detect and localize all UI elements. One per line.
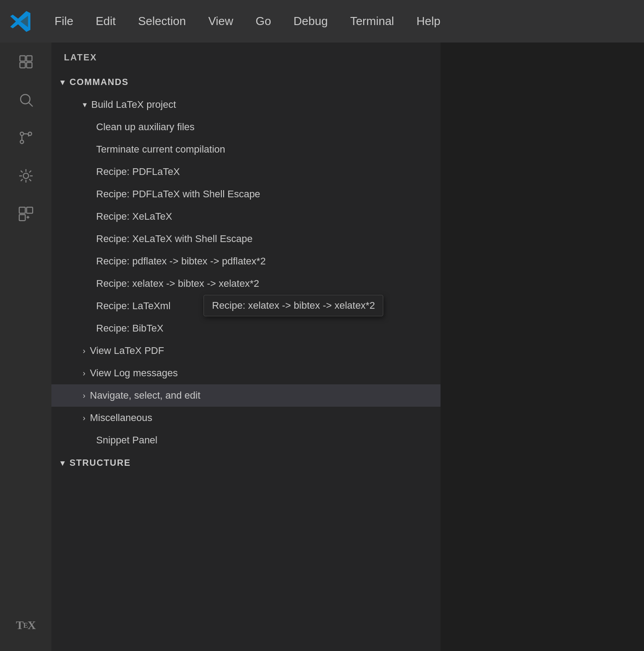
snippet-panel-label: Snippet Panel	[96, 434, 157, 446]
recipe-pdflatex-bibtex-item[interactable]: Recipe: pdflatex -> bibtex -> pdflatex*2	[51, 250, 441, 272]
recipe-xelatex-shell-item[interactable]: Recipe: XeLaTeX with Shell Escape	[51, 228, 441, 250]
editor-area	[441, 43, 644, 651]
terminate-compilation-item[interactable]: Terminate current compilation	[51, 138, 441, 161]
commands-section-label: COMMANDS	[70, 77, 129, 87]
recipe-pdflatex-bibtex-label: Recipe: pdflatex -> bibtex -> pdflatex*2	[96, 255, 266, 267]
menu-debug[interactable]: Debug	[289, 12, 332, 31]
svg-point-9	[23, 173, 29, 179]
commands-chevron-icon: ▾	[60, 77, 65, 87]
build-latex-label: Build LaTeX project	[91, 99, 176, 111]
titlebar-menu: File Edit Selection View Go Debug Termin…	[50, 12, 445, 31]
tooltip-xelatex-bibtex: Recipe: xelatex -> bibtex -> xelatex*2	[203, 295, 383, 316]
view-latex-pdf-label: View LaTeX PDF	[90, 345, 164, 357]
debug-icon[interactable]	[13, 163, 38, 188]
menu-go[interactable]: Go	[251, 12, 276, 31]
extensions-icon[interactable]	[13, 201, 38, 226]
structure-section-label: STRUCTURE	[70, 458, 131, 468]
build-latex-item[interactable]: ▾ Build LaTeX project	[51, 94, 441, 116]
svg-rect-12	[19, 214, 25, 221]
recipe-pdflatex-shell-label: Recipe: PDFLaTeX with Shell Escape	[96, 188, 260, 200]
menu-view[interactable]: View	[204, 12, 238, 31]
recipe-xelatex-label: Recipe: XeLaTeX	[96, 211, 172, 222]
clean-auxiliary-label: Clean up auxiliary files	[96, 121, 195, 133]
recipe-bibtex-item[interactable]: Recipe: BibTeX	[51, 317, 441, 340]
recipe-pdflatex-item[interactable]: Recipe: PDFLaTeX	[51, 161, 441, 183]
svg-rect-1	[26, 55, 32, 61]
svg-point-4	[21, 94, 30, 104]
view-log-messages-item[interactable]: › View Log messages	[51, 362, 441, 384]
structure-section-header[interactable]: ▾ STRUCTURE	[51, 451, 441, 474]
navigate-select-edit-label: Navigate, select, and edit	[90, 390, 200, 401]
recipe-bibtex-label: Recipe: BibTeX	[96, 323, 163, 334]
navigate-chevron-icon: ›	[83, 391, 85, 400]
svg-rect-10	[19, 207, 25, 213]
commands-section-header[interactable]: ▾ COMMANDS	[51, 71, 441, 94]
search-icon[interactable]	[13, 87, 38, 112]
svg-line-5	[29, 102, 32, 106]
view-pdf-chevron-icon: ›	[83, 346, 85, 356]
sidebar-content[interactable]: ▾ COMMANDS ▾ Build LaTeX project Clean u…	[51, 71, 441, 651]
recipe-pdflatex-label: Recipe: PDFLaTeX	[96, 166, 180, 178]
svg-point-7	[20, 140, 24, 144]
recipe-pdflatex-shell-item[interactable]: Recipe: PDFLaTeX with Shell Escape	[51, 183, 441, 205]
menu-terminal[interactable]: Terminal	[346, 12, 398, 31]
sidebar: LATEX ▾ COMMANDS ▾ Build LaTeX project C…	[51, 43, 441, 651]
navigate-select-edit-item[interactable]: › Navigate, select, and edit	[51, 384, 441, 407]
snippet-panel-item[interactable]: Snippet Panel	[51, 429, 441, 451]
svg-rect-2	[20, 62, 25, 68]
sidebar-header: LATEX	[51, 43, 441, 71]
miscellaneous-label: Miscellaneous	[90, 412, 152, 424]
miscellaneous-chevron-icon: ›	[83, 413, 85, 423]
recipe-xelatex-shell-label: Recipe: XeLaTeX with Shell Escape	[96, 233, 253, 245]
view-latex-pdf-item[interactable]: › View LaTeX PDF	[51, 340, 441, 362]
svg-rect-11	[26, 207, 33, 213]
main-layout: TEX LATEX ▾ COMMANDS ▾ Build LaTeX proje…	[0, 43, 644, 651]
source-control-icon[interactable]	[13, 125, 38, 150]
titlebar: File Edit Selection View Go Debug Termin…	[0, 0, 644, 43]
svg-rect-3	[26, 62, 32, 68]
explorer-icon[interactable]	[13, 49, 38, 74]
vscode-logo-icon	[9, 10, 32, 33]
recipe-latexxml-label: Recipe: LaTeXml	[96, 300, 170, 312]
menu-file[interactable]: File	[50, 12, 78, 31]
build-latex-chevron-icon: ▾	[83, 100, 87, 110]
view-log-messages-label: View Log messages	[90, 367, 178, 379]
recipe-xelatex-bibtex-item[interactable]: Recipe: xelatex -> bibtex -> xelatex*2	[51, 272, 441, 295]
svg-point-6	[20, 132, 24, 136]
menu-edit[interactable]: Edit	[91, 12, 120, 31]
miscellaneous-item[interactable]: › Miscellaneous	[51, 407, 441, 429]
tooltip-text: Recipe: xelatex -> bibtex -> xelatex*2	[212, 300, 375, 311]
structure-chevron-icon: ▾	[60, 458, 65, 468]
recipe-latexxml-row: Recipe: LaTeXml Recipe: xelatex -> bibte…	[51, 295, 441, 317]
menu-help[interactable]: Help	[412, 12, 445, 31]
menu-selection[interactable]: Selection	[134, 12, 191, 31]
svg-rect-0	[20, 55, 25, 61]
latex-tex-icon[interactable]: TEX	[13, 613, 38, 638]
view-log-chevron-icon: ›	[83, 369, 85, 378]
terminate-compilation-label: Terminate current compilation	[96, 144, 225, 155]
recipe-xelatex-item[interactable]: Recipe: XeLaTeX	[51, 205, 441, 228]
activity-bar: TEX	[0, 43, 51, 651]
recipe-xelatex-bibtex-label: Recipe: xelatex -> bibtex -> xelatex*2	[96, 278, 259, 289]
clean-auxiliary-item[interactable]: Clean up auxiliary files	[51, 116, 441, 138]
